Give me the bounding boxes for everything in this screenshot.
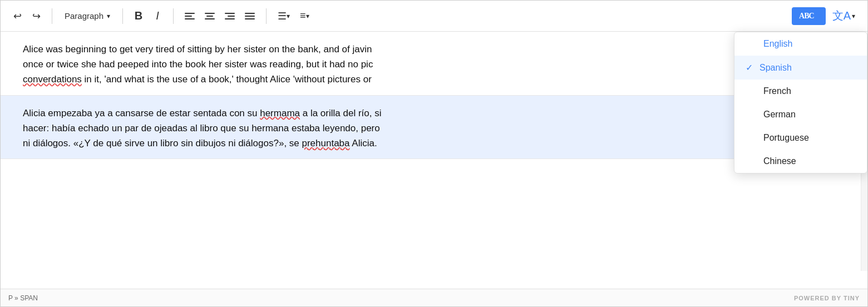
translate-group: 文A ▾ (828, 7, 860, 25)
english-line-1: Alice was beginning to get very tired of… (23, 42, 845, 57)
spanish-line-3: ni diálogos. «¿Y de qué sirve un libro s… (23, 136, 845, 151)
editor-container: ↩ ↪ Paragraph ▾ B I (0, 0, 868, 307)
separator-4 (266, 8, 267, 24)
english-line-2: once or twice she had peeped into the bo… (23, 57, 845, 72)
unordered-list-button[interactable]: ☰ ▾ (273, 7, 294, 25)
element-path: P » SPAN (8, 294, 38, 302)
text-format-group: B I (130, 7, 166, 25)
language-portuguese[interactable]: Portuguese (734, 126, 867, 150)
spanish-label: Spanish (760, 63, 792, 73)
undo-button[interactable]: ↩ (8, 7, 26, 25)
bold-button[interactable]: B (130, 7, 147, 25)
translate-chevron-icon: ▾ (852, 12, 855, 20)
spanish-line-2: hacer: había echado un par de ojeadas al… (23, 121, 845, 136)
list-group: ☰ ▾ ≡ ▾ (273, 7, 314, 25)
language-french[interactable]: French (734, 80, 867, 103)
language-spanish[interactable]: ✓ Spanish (734, 56, 867, 80)
ordered-list-button[interactable]: ≡ ▾ (295, 7, 314, 25)
portuguese-label: Portuguese (763, 133, 809, 143)
french-label: French (763, 86, 791, 96)
german-label: German (763, 110, 796, 120)
spellcheck-button[interactable]: ABC ▾ (792, 7, 826, 25)
history-group: ↩ ↪ (8, 7, 45, 25)
italic-button[interactable]: I (149, 7, 166, 25)
paragraph-label: Paragraph (65, 11, 103, 21)
toolbar: ↩ ↪ Paragraph ▾ B I (1, 1, 867, 32)
paragraph-chevron-icon: ▾ (107, 12, 110, 20)
language-chinese[interactable]: Chinese (734, 150, 867, 173)
translate-button[interactable]: 文A ▾ (828, 7, 860, 25)
converdations-word: converdations (23, 74, 82, 85)
status-bar: P » SPAN POWERED BY TINY (1, 289, 867, 306)
align-right-icon (225, 13, 235, 19)
spellcheck-icon: ABC (796, 11, 817, 22)
align-justify-button[interactable] (240, 7, 259, 25)
separator-1 (52, 8, 52, 24)
spellcheck-chevron-icon: ▾ (818, 12, 821, 20)
paragraph-select[interactable]: Paragraph ▾ (59, 9, 116, 23)
spanish-check-icon: ✓ (746, 62, 753, 73)
language-dropdown: English ✓ Spanish French German Portugue… (734, 32, 867, 174)
english-label: English (763, 39, 792, 49)
format-group: Paragraph ▾ (59, 9, 116, 23)
align-left-button[interactable] (180, 7, 199, 25)
language-german[interactable]: German (734, 103, 867, 126)
english-line-3: converdations in it, 'and what is the us… (23, 72, 845, 87)
redo-button[interactable]: ↪ (27, 7, 45, 25)
align-group (180, 7, 259, 25)
hermama-word: hermama (260, 108, 300, 118)
language-english[interactable]: English (734, 32, 867, 56)
prehuntaba-word: prehuntaba (302, 138, 350, 148)
align-center-icon (205, 13, 215, 19)
translate-icon: 文A (832, 8, 851, 23)
align-left-icon (185, 13, 195, 19)
align-justify-icon (245, 13, 255, 19)
powered-by-label: POWERED BY TINY (794, 295, 860, 301)
align-right-button[interactable] (220, 7, 239, 25)
spanish-line-1: Alicia empezaba ya a cansarse de estar s… (23, 106, 845, 121)
chinese-label: Chinese (763, 156, 796, 166)
separator-2 (122, 8, 123, 24)
spellcheck-group: ABC ▾ (792, 7, 826, 25)
align-center-button[interactable] (200, 7, 219, 25)
separator-3 (173, 8, 174, 24)
